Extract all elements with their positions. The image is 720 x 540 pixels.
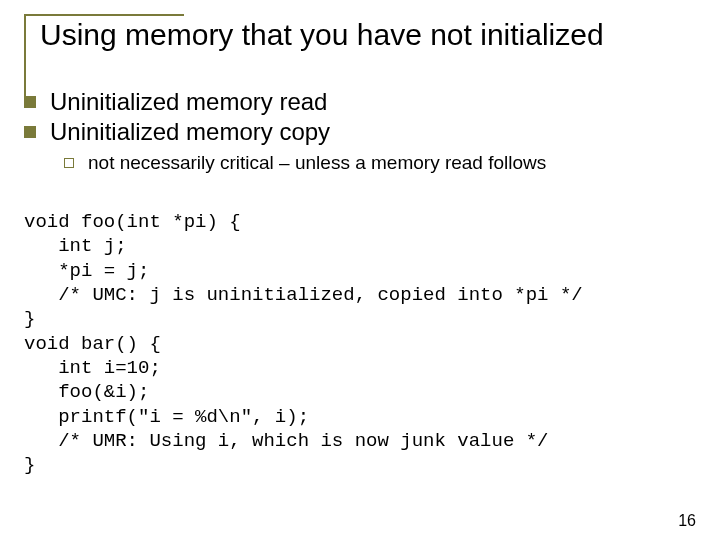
bullet-list: Uninitialized memory read Uninitialized … (24, 88, 546, 174)
hollow-square-bullet-icon (64, 158, 74, 168)
slide-title: Using memory that you have not initializ… (40, 16, 604, 54)
bullet-label: Uninitialized memory read (50, 88, 327, 116)
page-number: 16 (678, 512, 696, 530)
sub-list-item: not necessarily critical – unless a memo… (64, 152, 546, 174)
list-item: Uninitialized memory read (24, 88, 546, 116)
sub-bullet-label: not necessarily critical – unless a memo… (88, 152, 546, 174)
bullet-label: Uninitialized memory copy (50, 118, 330, 146)
square-bullet-icon (24, 96, 36, 108)
code-block: void foo(int *pi) { int j; *pi = j; /* U… (24, 210, 583, 477)
square-bullet-icon (24, 126, 36, 138)
list-item: Uninitialized memory copy (24, 118, 546, 146)
